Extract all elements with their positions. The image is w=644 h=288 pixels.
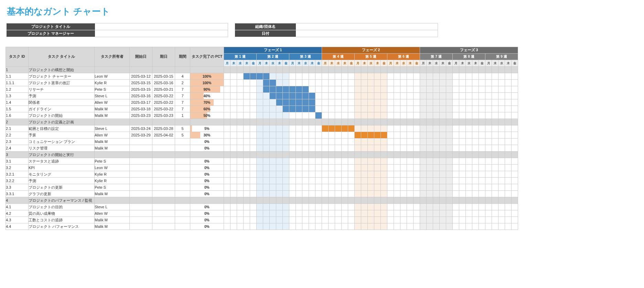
task-row: 4.2質の高い成果物Allen W0% (6, 210, 518, 217)
gantt-cell (492, 152, 498, 158)
gantt-cell (309, 210, 315, 217)
gantt-cell (329, 73, 335, 80)
cell-end (152, 197, 175, 204)
day-header: 月 (453, 60, 459, 67)
gantt-cell (446, 119, 453, 125)
meta-org-value[interactable] (296, 23, 438, 30)
cell-start (130, 204, 152, 210)
gantt-cell (505, 67, 512, 73)
gantt-cell (322, 125, 329, 132)
cell-end: 2025-03-22 (152, 99, 175, 106)
gantt-cell (315, 184, 322, 191)
meta-pm-value[interactable] (95, 30, 228, 37)
cell-duration: 2 (175, 80, 190, 86)
gantt-cell (420, 73, 427, 80)
gantt-cell (381, 217, 387, 223)
gantt-cell (407, 132, 414, 139)
gantt-cell (329, 171, 335, 178)
gantt-cell (309, 165, 315, 171)
gantt-cell (315, 132, 322, 139)
cell-start (130, 197, 152, 204)
gantt-cell (446, 165, 453, 171)
gantt-cell (270, 93, 276, 99)
gantt-cell (394, 80, 400, 86)
gantt-cell (427, 112, 433, 119)
gantt-cell (283, 119, 289, 125)
gantt-cell (270, 125, 276, 132)
day-header: 金 (512, 60, 518, 67)
gantt-cell (348, 191, 355, 197)
gantt-cell (427, 223, 433, 230)
gantt-cell (361, 112, 368, 119)
gantt-cell (381, 165, 387, 171)
gantt-cell (400, 152, 407, 158)
gantt-cell (512, 191, 518, 197)
gantt-cell (348, 93, 355, 99)
gantt-cell (498, 99, 505, 106)
gantt-cell (512, 145, 518, 152)
gantt-cell (355, 139, 361, 145)
cell-owner: Kylie R (95, 178, 130, 184)
gantt-cell (505, 210, 512, 217)
gantt-cell (342, 93, 348, 99)
gantt-cell (368, 99, 374, 106)
gantt-cell (374, 145, 381, 152)
gantt-cell (270, 145, 276, 152)
gantt-cell (414, 80, 420, 86)
gantt-cell (505, 99, 512, 106)
gantt-cell (505, 86, 512, 93)
gantt-cell (244, 99, 250, 106)
gantt-cell (492, 210, 498, 217)
gantt-cell (237, 223, 244, 230)
gantt-cell (472, 106, 479, 112)
cell-pct: 5% (190, 125, 224, 132)
day-header: 月 (387, 60, 394, 67)
cell-task-id: 1.1.1 (6, 80, 29, 86)
meta-date-value[interactable] (296, 30, 438, 37)
gantt-cell (244, 152, 250, 158)
gantt-cell (466, 178, 472, 184)
gantt-cell (250, 132, 257, 139)
gantt-cell (289, 210, 296, 217)
gantt-cell (263, 73, 270, 80)
gantt-cell (335, 99, 342, 106)
gantt-cell (453, 191, 459, 197)
meta-project-title-value[interactable] (95, 23, 228, 30)
gantt-cell (453, 99, 459, 106)
gantt-cell (459, 86, 466, 93)
gantt-cell (407, 139, 414, 145)
gantt-cell (263, 139, 270, 145)
gantt-cell (322, 106, 329, 112)
cell-task-title: 工数とコストの追跡 (29, 217, 95, 223)
section-row: 2プロジェクトの定義と計画 (6, 119, 518, 125)
gantt-cell (361, 217, 368, 223)
gantt-cell (322, 67, 329, 73)
gantt-cell (374, 125, 381, 132)
gantt-cell (512, 210, 518, 217)
gantt-cell (394, 93, 400, 99)
gantt-cell (322, 204, 329, 210)
cell-pct: 70% (190, 99, 224, 106)
gantt-cell (342, 86, 348, 93)
gantt-cell (224, 178, 230, 184)
gantt-cell (296, 210, 302, 217)
gantt-cell (296, 204, 302, 210)
gantt-cell (400, 106, 407, 112)
gantt-cell (309, 119, 315, 125)
gantt-cell (257, 139, 263, 145)
gantt-cell (250, 152, 257, 158)
gantt-cell (387, 80, 394, 86)
gantt-cell (427, 197, 433, 204)
gantt-cell (472, 125, 479, 132)
gantt-cell (433, 165, 440, 171)
gantt-cell (427, 80, 433, 86)
gantt-cell (315, 86, 322, 93)
col-header-owner: タスク所有者 (95, 47, 130, 67)
gantt-cell (472, 191, 479, 197)
gantt-cell (315, 67, 322, 73)
gantt-cell (224, 73, 230, 80)
cell-start (130, 184, 152, 191)
gantt-cell (394, 191, 400, 197)
gantt-cell (420, 223, 427, 230)
gantt-cell (407, 80, 414, 86)
